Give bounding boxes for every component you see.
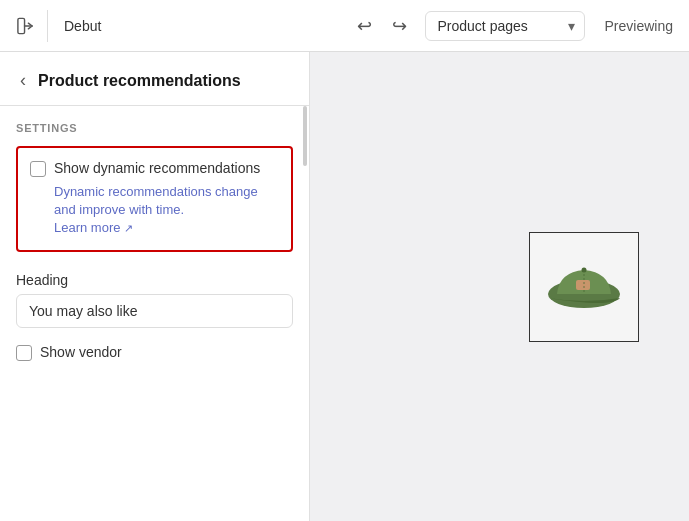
redo-button[interactable]: ↪ <box>386 11 413 41</box>
history-controls: ↩ ↪ <box>351 11 413 41</box>
learn-more-link[interactable]: Learn more ↗ <box>54 220 133 235</box>
show-vendor-label: Show vendor <box>40 344 122 360</box>
topbar: Debut ↩ ↪ Product pages Home page Collec… <box>0 0 689 52</box>
dynamic-rec-desc-text: Dynamic recommendations change and impro… <box>54 184 258 217</box>
dynamic-rec-row: Show dynamic recommendations <box>30 160 279 177</box>
vendor-row: Show vendor <box>16 344 293 361</box>
page-selector[interactable]: Product pages Home page Collections Blog… <box>425 11 585 41</box>
main-layout: ‹ Product recommendations SETTINGS Show … <box>0 52 689 521</box>
learn-more-text: Learn more <box>54 220 120 235</box>
dynamic-rec-checkbox[interactable] <box>30 161 46 177</box>
dynamic-rec-section: Show dynamic recommendations Dynamic rec… <box>16 146 293 252</box>
dynamic-rec-label: Show dynamic recommendations <box>54 160 260 176</box>
product-card <box>529 232 639 342</box>
heading-input[interactable] <box>16 294 293 328</box>
previewing-label: Previewing <box>605 18 673 34</box>
back-button[interactable]: ‹ <box>16 68 30 93</box>
sidebar: ‹ Product recommendations SETTINGS Show … <box>0 52 310 521</box>
exit-button[interactable] <box>16 10 48 42</box>
heading-label: Heading <box>16 272 293 288</box>
dynamic-rec-description: Dynamic recommendations change and impro… <box>54 183 279 238</box>
undo-button[interactable]: ↩ <box>351 11 378 41</box>
external-link-icon: ↗ <box>124 222 133 234</box>
svg-point-4 <box>582 267 587 272</box>
product-image <box>539 252 629 322</box>
sidebar-title: Product recommendations <box>38 72 241 90</box>
sidebar-content: SETTINGS Show dynamic recommendations Dy… <box>0 106 309 521</box>
scrollbar-track <box>301 106 307 521</box>
svg-rect-3 <box>576 280 590 290</box>
exit-icon <box>16 16 35 36</box>
sidebar-header: ‹ Product recommendations <box>0 52 309 106</box>
page-selector-wrap: Product pages Home page Collections Blog… <box>425 11 585 41</box>
scrollbar-thumb[interactable] <box>303 106 307 166</box>
settings-label: SETTINGS <box>16 122 293 134</box>
show-vendor-checkbox[interactable] <box>16 345 32 361</box>
app-title: Debut <box>64 18 101 34</box>
svg-rect-0 <box>18 18 25 33</box>
preview-area <box>310 52 689 521</box>
